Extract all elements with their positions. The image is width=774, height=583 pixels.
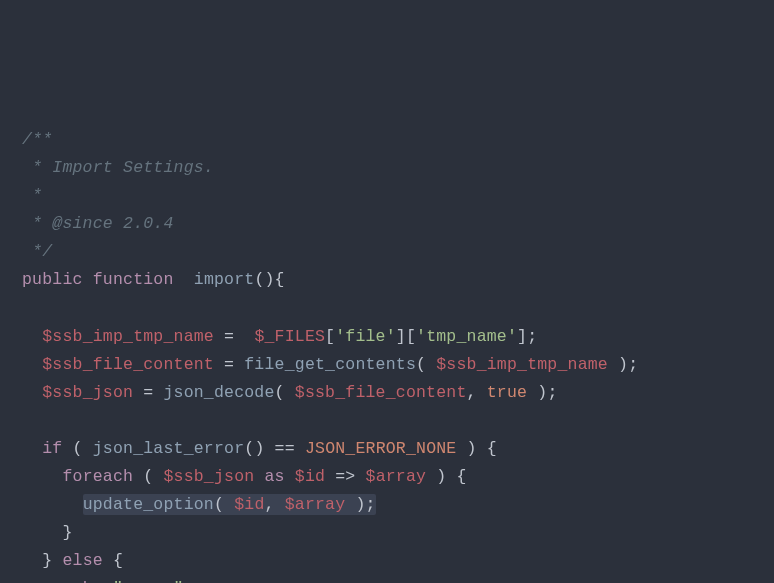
comment-close: */ xyxy=(22,242,52,261)
brace-close: } xyxy=(42,551,62,570)
bracket: ]; xyxy=(517,327,537,346)
blank-line xyxy=(22,407,752,435)
keyword-as: as xyxy=(254,467,294,486)
function-call: file_get_contents xyxy=(244,355,416,374)
paren: ); xyxy=(527,383,557,402)
code-line: /** xyxy=(22,126,752,154)
code-line: public function import(){ xyxy=(22,266,752,294)
paren: ( xyxy=(133,467,163,486)
comment-star: * xyxy=(22,158,52,177)
operator-assign: = xyxy=(214,327,254,346)
bracket: ][ xyxy=(396,327,416,346)
comment-text: Import Settings. xyxy=(52,158,214,177)
code-line: * @since 2.0.4 xyxy=(22,210,752,238)
comment-star: * xyxy=(22,186,42,205)
string: 'file' xyxy=(335,327,396,346)
superglobal: $_FILES xyxy=(254,327,325,346)
keyword-echo: echo xyxy=(62,579,102,583)
keyword-public: public xyxy=(22,270,83,289)
space xyxy=(103,579,113,583)
paren: ) { xyxy=(456,439,496,458)
paren: ( xyxy=(416,355,436,374)
operator-eq: == xyxy=(265,439,305,458)
operator-assign: = xyxy=(214,355,244,374)
brace-close: } xyxy=(62,523,72,542)
comment-open: /** xyxy=(22,130,52,149)
keyword-else: else xyxy=(62,551,102,570)
keyword-function: function xyxy=(93,270,174,289)
variable: $ssb_imp_tmp_name xyxy=(42,327,214,346)
variable: $array xyxy=(366,467,427,486)
operator-assign: = xyxy=(133,383,163,402)
function-call: update_option xyxy=(83,495,214,514)
paren: ); xyxy=(345,495,375,514)
variable: $ssb_file_content xyxy=(42,355,214,374)
code-block: /** * Import Settings. * * @since 2.0.4 … xyxy=(22,126,752,583)
string: 'tmp_name' xyxy=(416,327,517,346)
bracket: [ xyxy=(325,327,335,346)
blank-line xyxy=(22,294,752,322)
code-line: } xyxy=(22,519,752,547)
constant: JSON_ERROR_NONE xyxy=(305,439,457,458)
variable: $ssb_json xyxy=(42,383,133,402)
code-line: * Import Settings. xyxy=(22,154,752,182)
docblock-tag: @since xyxy=(52,214,113,233)
paren: () xyxy=(244,439,264,458)
paren: ( xyxy=(275,383,295,402)
function-name: import xyxy=(194,270,255,289)
code-line-highlighted: update_option( $id, $array ); xyxy=(22,491,752,519)
keyword-if: if xyxy=(42,439,62,458)
comma: , xyxy=(467,383,487,402)
code-line: foreach ( $ssb_json as $id => $array ) { xyxy=(22,463,752,491)
paren: ); xyxy=(608,355,638,374)
paren: ) { xyxy=(426,467,466,486)
code-line: $ssb_imp_tmp_name = $_FILES['file']['tmp… xyxy=(22,323,752,351)
paren: ( xyxy=(214,495,234,514)
keyword-foreach: foreach xyxy=(62,467,133,486)
variable: $array xyxy=(285,495,346,514)
code-line: * xyxy=(22,182,752,210)
code-line: if ( json_last_error() == JSON_ERROR_NON… xyxy=(22,435,752,463)
code-line: echo "error"; xyxy=(22,575,752,583)
variable: $ssb_imp_tmp_name xyxy=(436,355,608,374)
variable: $ssb_json xyxy=(163,467,254,486)
comma: , xyxy=(264,495,284,514)
code-line: $ssb_json = json_decode( $ssb_file_conte… xyxy=(22,379,752,407)
operator-arrow: => xyxy=(325,467,365,486)
function-call: json_last_error xyxy=(93,439,245,458)
docblock-version: 2.0.4 xyxy=(113,214,174,233)
code-line: */ xyxy=(22,238,752,266)
paren: ( xyxy=(62,439,92,458)
function-call: json_decode xyxy=(163,383,274,402)
variable: $id xyxy=(295,467,325,486)
code-line: } else { xyxy=(22,547,752,575)
semicolon: ; xyxy=(184,579,194,583)
comment-star: * xyxy=(22,214,52,233)
brace-open: { xyxy=(103,551,123,570)
punct: (){ xyxy=(254,270,284,289)
string: "error" xyxy=(113,579,184,583)
code-line: $ssb_file_content = file_get_contents( $… xyxy=(22,351,752,379)
variable: $id xyxy=(234,495,264,514)
const-true: true xyxy=(487,383,527,402)
highlight: update_option( $id, $array ); xyxy=(83,494,376,515)
variable: $ssb_file_content xyxy=(295,383,467,402)
